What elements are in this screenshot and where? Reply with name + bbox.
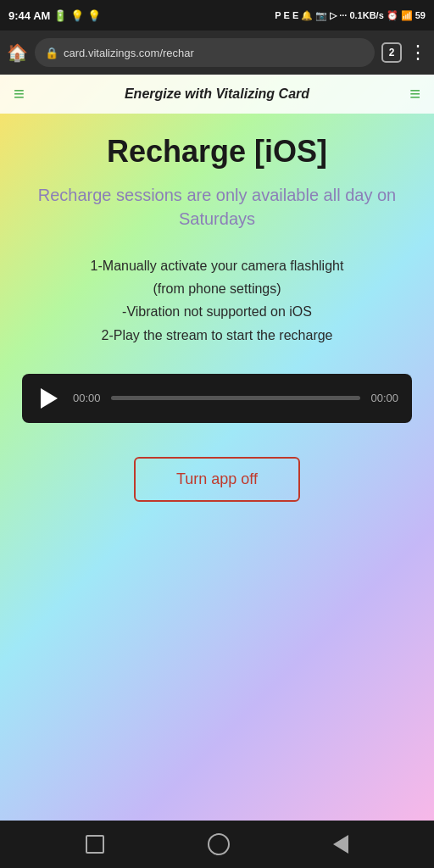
- hamburger-right-icon[interactable]: ≡: [409, 83, 420, 105]
- app-header: ≡ Energize with Vitalizing Card ≡: [0, 75, 434, 114]
- turn-off-button[interactable]: Turn app off: [134, 457, 300, 502]
- main-content: Recharge [iOS] Recharge sessions are onl…: [0, 114, 434, 821]
- battery-icon: 🔋: [53, 9, 67, 22]
- status-right: P E E 🔔 📷 ▷ ··· 0.1KB/s ⏰ 📶 59: [275, 10, 426, 21]
- theme-icon: 💡: [87, 9, 101, 22]
- home-button[interactable]: 🏠: [7, 42, 28, 63]
- play-icon: ▷: [330, 10, 337, 21]
- instructions-block: 1-Manually activate your camera flashlig…: [91, 254, 344, 347]
- hamburger-left-icon[interactable]: ≡: [14, 83, 25, 105]
- notification-icon: 🔔: [301, 10, 313, 21]
- nav-home-button[interactable]: [208, 833, 230, 855]
- page-heading: Recharge [iOS]: [107, 134, 327, 170]
- bottom-nav: [0, 821, 434, 868]
- app-title: Energize with Vitalizing Card: [125, 86, 309, 102]
- audio-player: 00:00 00:00: [22, 374, 412, 423]
- camera-icon: 📷: [315, 10, 327, 21]
- network-speed: 0.1KB/s: [349, 10, 383, 20]
- status-left: 9:44 AM 🔋 💡 💡: [8, 9, 101, 22]
- signal-icon: 📶: [401, 10, 413, 21]
- e-icon1: E: [284, 10, 290, 20]
- battery-percent: 59: [415, 10, 426, 20]
- url-text: card.vitalizings.com/rechar: [64, 47, 364, 59]
- instruction-line-2: (from phone settings): [91, 277, 344, 300]
- audio-progress-bar[interactable]: [111, 396, 361, 400]
- app-area: ≡ Energize with Vitalizing Card ≡ Rechar…: [0, 75, 434, 821]
- brightness-icon: 💡: [70, 9, 84, 22]
- instruction-line-3: -Vibration not supported on iOS: [91, 300, 344, 323]
- browser-menu-button[interactable]: ⋮: [409, 42, 427, 64]
- audio-current-time: 00:00: [73, 392, 101, 404]
- availability-text: Recharge sessions are only available all…: [17, 183, 417, 231]
- browser-bar: 🏠 🔒 card.vitalizings.com/rechar 2 ⋮: [0, 31, 434, 75]
- nav-recents-button[interactable]: [86, 835, 104, 854]
- instruction-line-1: 1-Manually activate your camera flashlig…: [91, 254, 344, 277]
- instruction-line-4: 2-Play the stream to start the recharge: [91, 324, 344, 347]
- nav-back-button[interactable]: [333, 835, 348, 854]
- tab-switcher[interactable]: 2: [381, 42, 402, 63]
- alarm-icon: ⏰: [387, 10, 398, 21]
- url-bar[interactable]: 🔒 card.vitalizings.com/rechar: [35, 38, 375, 67]
- e-icon2: E: [292, 10, 298, 20]
- play-triangle-icon: [41, 388, 58, 409]
- time-display: 9:44 AM: [8, 9, 50, 22]
- play-button[interactable]: [36, 385, 63, 412]
- status-bar: 9:44 AM 🔋 💡 💡 P E E 🔔 📷 ▷ ··· 0.1KB/s ⏰ …: [0, 0, 434, 31]
- pinterest-icon: P: [275, 10, 281, 20]
- lock-icon: 🔒: [45, 47, 58, 59]
- dots-icon: ···: [339, 10, 347, 20]
- audio-total-time: 00:00: [370, 392, 398, 404]
